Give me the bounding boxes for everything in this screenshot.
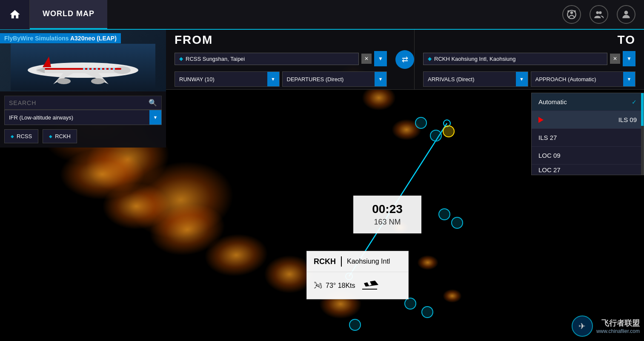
from-dropdown-button[interactable]: ▼ (374, 51, 387, 66)
ifr-select[interactable]: IFR (Low-altitude airways) (5, 111, 149, 124)
aircraft-model: A320neo (LEAP) (70, 35, 117, 42)
to-airport-input[interactable]: ◆ RCKH Kaohsiung Intl, Kaohsiung (423, 53, 607, 65)
runway-select[interactable]: RUNWAY (10) (175, 73, 267, 86)
arrivals-select-wrap: ARRIVALS (Direct) ▼ (423, 71, 528, 87)
svg-point-6 (567, 10, 569, 12)
watermark-site: www.chinaflier.com (596, 328, 640, 334)
airport-buttons: ◆ RCSS ◆ RCKH (4, 129, 162, 143)
runway-chevron[interactable]: ▼ (267, 72, 279, 86)
from-airport-value: RCSS Sungshan, Taipei (186, 56, 245, 62)
dropdown-scrollbar[interactable] (641, 93, 644, 175)
multiplayer-button[interactable] (562, 5, 581, 24)
runway-select-wrap: RUNWAY (10) ▼ (175, 71, 280, 87)
from-to-row: FROM ◆ RCSS Sungshan, Taipei ✕ ▼ RUNWAY … (166, 30, 644, 90)
svg-point-13 (114, 66, 131, 74)
to-dropdown-button[interactable]: ▼ (623, 51, 635, 66)
svg-rect-26 (104, 68, 106, 70)
rcss-button[interactable]: ◆ RCSS (4, 129, 38, 143)
ifr-chevron[interactable]: ▼ (149, 110, 161, 125)
nav-header: FROM ◆ RCSS Sungshan, Taipei ✕ ▼ RUNWAY … (166, 30, 644, 90)
user-profile-button[interactable] (617, 5, 635, 24)
world-map-tab[interactable]: WORLD MAP (30, 0, 107, 29)
waypoint-7[interactable] (349, 319, 361, 331)
svg-rect-28 (113, 68, 115, 70)
left-panel: FlyByWire Simulations A320neo (LEAP) (0, 30, 166, 148)
departures-select[interactable]: DEPARTURES (Direct) (283, 73, 375, 86)
svg-rect-23 (92, 68, 94, 70)
dropdown-automatic-label: Automatic (538, 98, 567, 105)
search-button[interactable]: 🔍 (149, 99, 157, 107)
airport-divider (341, 256, 342, 267)
aircraft-preview: FlyByWire Simulations A320neo (LEAP) (0, 30, 166, 91)
svg-rect-21 (83, 68, 85, 70)
approach-select[interactable]: APPROACH (Automatic) (531, 73, 624, 86)
swap-button[interactable]: ⇄ (395, 50, 414, 69)
waypoint-3[interactable] (438, 208, 450, 220)
rckh-button[interactable]: ◆ RCKH (43, 129, 77, 143)
svg-rect-22 (87, 68, 89, 70)
waypoint-2[interactable] (430, 130, 442, 142)
departures-chevron[interactable]: ▼ (375, 72, 386, 86)
dropdown-item-loc09[interactable]: LOC 09 (532, 147, 644, 165)
search-bar: 🔍 (4, 96, 162, 110)
watermark: ✈ 飞行者联盟 www.chinaflier.com (572, 315, 640, 337)
to-diamond-icon: ◆ (428, 56, 432, 62)
simulator-name: FlyByWire Simulations (4, 35, 69, 42)
wind-icon: 🌬 (314, 281, 322, 290)
watermark-name: 飞行者联盟 (596, 318, 640, 328)
airport-code: RCKH (314, 257, 336, 266)
from-airport-input[interactable]: ◆ RCSS Sungshan, Taipei (175, 53, 359, 65)
dropdown-item-loc27[interactable]: LOC 27 (532, 165, 644, 175)
dropdown-ils09-label: ILS 09 (618, 116, 637, 123)
profile-group-button[interactable] (590, 5, 608, 24)
check-icon: ✓ (632, 99, 637, 105)
dropdown-loc27-label: LOC 27 (538, 166, 561, 173)
svg-point-7 (596, 11, 599, 14)
ifr-row: IFR (Low-altitude airways) ▼ (4, 110, 162, 125)
waypoint-star[interactable] (443, 125, 455, 137)
watermark-logo: ✈ (572, 315, 593, 337)
search-input[interactable] (9, 99, 149, 106)
to-clear-button[interactable]: ✕ (610, 54, 620, 64)
svg-point-4 (570, 11, 573, 14)
dropdown-ils27-label: ILS 27 (538, 134, 557, 141)
dropdown-item-ils27[interactable]: ILS 27 (532, 129, 644, 147)
from-clear-button[interactable]: ✕ (361, 54, 372, 64)
waypoint-5[interactable] (404, 298, 416, 310)
top-bar: WORLD MAP (0, 0, 644, 30)
dropdown-item-automatic[interactable]: Automatic ✓ (532, 93, 644, 111)
flight-info-card: 00:23 163 NM (353, 196, 421, 233)
waypoint-1[interactable] (415, 117, 427, 129)
dropdown-item-ils09[interactable]: ILS 09 (532, 111, 644, 129)
ifr-select-wrap: IFR (Low-altitude airways) ▼ (4, 110, 162, 125)
from-airport-code: RCSS (17, 133, 32, 139)
svg-point-18 (57, 78, 71, 84)
red-arrow-icon (538, 117, 544, 123)
watermark-text: 飞行者联盟 www.chinaflier.com (596, 318, 640, 334)
svg-point-9 (624, 11, 628, 14)
svg-point-8 (599, 11, 602, 14)
svg-rect-25 (100, 68, 102, 70)
departures-select-wrap: DEPARTURES (Direct) ▼ (282, 71, 387, 87)
aircraft-visual (0, 43, 166, 91)
top-bar-right (562, 5, 644, 24)
home-button[interactable] (0, 0, 30, 29)
to-label: TO (415, 30, 644, 48)
airport-info-card: RCKH Kaohsiung Intl 🌬 73° 18Kts (306, 251, 409, 299)
diamond-icon: ◆ (11, 134, 14, 139)
to-selectors-row: ARRIVALS (Direct) ▼ APPROACH (Automatic)… (415, 69, 644, 89)
to-airport-input-row: ◆ RCKH Kaohsiung Intl, Kaohsiung ✕ ▼ (415, 48, 644, 69)
to-section: TO ◆ RCKH Kaohsiung Intl, Kaohsiung ✕ ▼ … (414, 30, 644, 89)
approach-chevron[interactable]: ▼ (623, 72, 635, 86)
flight-time: 00:23 (364, 202, 411, 216)
waypoint-4[interactable] (451, 217, 463, 229)
dropdown-scrollbar-thumb (641, 93, 644, 126)
waypoint-6[interactable] (421, 306, 433, 318)
wind-info: 🌬 73° 18Kts (314, 281, 355, 290)
svg-point-5 (574, 10, 575, 12)
arrivals-select[interactable]: ARRIVALS (Direct) (424, 73, 516, 86)
arrivals-chevron[interactable]: ▼ (516, 72, 528, 86)
airport-card-header: RCKH Kaohsiung Intl (307, 251, 408, 272)
from-label: FROM (166, 30, 395, 48)
svg-point-19 (91, 78, 105, 84)
